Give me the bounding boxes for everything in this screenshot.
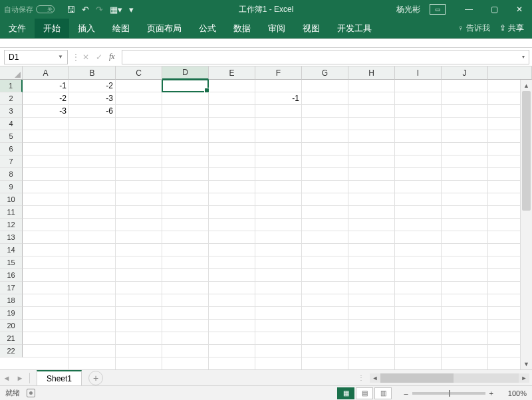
row-header-14[interactable]: 14 bbox=[0, 244, 23, 256]
horizontal-scrollbar[interactable]: ⋮ ◄ ► bbox=[103, 373, 532, 383]
vertical-scrollbar[interactable]: ▲ ▼ bbox=[520, 80, 532, 369]
row-header-18[interactable]: 18 bbox=[0, 294, 23, 307]
cell-B3[interactable]: -6 bbox=[69, 105, 116, 118]
close-button[interactable]: ✕ bbox=[507, 0, 532, 19]
col-header-I[interactable]: I bbox=[395, 66, 442, 80]
row-header-5[interactable]: 5 bbox=[0, 130, 23, 143]
view-normal-icon[interactable]: ▦ bbox=[337, 387, 354, 399]
fx-icon[interactable]: fx bbox=[109, 52, 115, 62]
name-box[interactable]: D1 ▼ bbox=[4, 50, 68, 64]
row-header-12[interactable]: 12 bbox=[0, 219, 23, 231]
sheet-tab-bar: ◄ ► Sheet1 + ⋮ ◄ ► bbox=[0, 369, 532, 385]
customize-icon[interactable]: ▦▾ bbox=[107, 3, 125, 16]
hscroll-divider-icon[interactable]: ⋮ bbox=[358, 374, 364, 381]
tab-开始[interactable]: 开始 bbox=[35, 19, 69, 38]
row-header-16[interactable]: 16 bbox=[0, 269, 23, 282]
autosave-switch[interactable]: 关 bbox=[36, 5, 55, 13]
sheet-nav-next-icon[interactable]: ► bbox=[13, 374, 27, 382]
row-header-17[interactable]: 17 bbox=[0, 282, 23, 294]
macro-record-icon[interactable] bbox=[27, 389, 35, 397]
row-header-10[interactable]: 10 bbox=[0, 193, 23, 206]
scroll-down-icon[interactable]: ▼ bbox=[521, 358, 532, 369]
maximize-button[interactable]: ▢ bbox=[481, 0, 507, 19]
row-header-9[interactable]: 9 bbox=[0, 181, 23, 193]
col-header-G[interactable]: G bbox=[302, 66, 348, 80]
zoom-level[interactable]: 100% bbox=[497, 389, 527, 397]
add-sheet-button[interactable]: + bbox=[88, 371, 103, 385]
formula-bar-expand-icon[interactable]: ▾ bbox=[517, 50, 529, 64]
vscroll-track[interactable] bbox=[521, 91, 532, 358]
tell-me[interactable]: ♀ 告诉我 bbox=[458, 23, 489, 34]
row-header-1[interactable]: 1 bbox=[0, 80, 23, 92]
tab-页面布局[interactable]: 页面布局 bbox=[138, 19, 190, 38]
row-header-20[interactable]: 20 bbox=[0, 320, 23, 332]
row-header-15[interactable]: 15 bbox=[0, 256, 23, 269]
row-header-3[interactable]: 3 bbox=[0, 105, 23, 118]
hscroll-right-icon[interactable]: ► bbox=[519, 375, 529, 381]
tab-数据[interactable]: 数据 bbox=[225, 19, 259, 38]
undo-icon[interactable]: ↶ bbox=[79, 3, 92, 16]
hscroll-thumb[interactable] bbox=[380, 373, 454, 383]
sheet-divider bbox=[29, 373, 30, 383]
tab-文件[interactable]: 文件 bbox=[0, 19, 35, 38]
titlebar: 自动保存 关 🖫 ↶ ↷ ▦▾ ▾ 工作簿1 - Excel 杨光彬 ▭ — ▢… bbox=[0, 0, 532, 19]
hscroll-left-icon[interactable]: ◄ bbox=[370, 375, 380, 381]
row-header-22[interactable]: 22 bbox=[0, 345, 23, 357]
tab-插入[interactable]: 插入 bbox=[69, 19, 104, 38]
redo-icon[interactable]: ↷ bbox=[93, 3, 106, 16]
vscroll-thumb[interactable] bbox=[522, 91, 531, 211]
cells[interactable]: -1-2-2-3-1-3-6 bbox=[23, 80, 520, 369]
row-header-7[interactable]: 7 bbox=[0, 155, 23, 168]
autosave-toggle[interactable]: 自动保存 关 bbox=[4, 5, 55, 15]
zoom-in-button[interactable]: + bbox=[489, 389, 493, 397]
tab-审阅[interactable]: 审阅 bbox=[259, 19, 294, 38]
cell-B2[interactable]: -3 bbox=[69, 92, 116, 105]
row-header-4[interactable]: 4 bbox=[0, 118, 23, 130]
col-header-A[interactable]: A bbox=[23, 66, 69, 80]
row-header-21[interactable]: 21 bbox=[0, 332, 23, 345]
scroll-up-icon[interactable]: ▲ bbox=[521, 80, 532, 91]
col-header-H[interactable]: H bbox=[348, 66, 395, 80]
user-name[interactable]: 杨光彬 bbox=[396, 4, 420, 15]
tab-视图[interactable]: 视图 bbox=[294, 19, 329, 38]
row-header-13[interactable]: 13 bbox=[0, 231, 23, 244]
name-box-dropdown-icon[interactable]: ▼ bbox=[58, 54, 63, 60]
row-header-8[interactable]: 8 bbox=[0, 168, 23, 181]
tab-开发工具[interactable]: 开发工具 bbox=[329, 19, 380, 38]
cell-A3[interactable]: -3 bbox=[23, 105, 69, 118]
sheet-tab[interactable]: Sheet1 bbox=[37, 370, 82, 386]
row-header-2[interactable]: 2 bbox=[0, 92, 23, 105]
tab-公式[interactable]: 公式 bbox=[190, 19, 225, 38]
col-header-J[interactable]: J bbox=[442, 66, 488, 80]
minimize-button[interactable]: — bbox=[456, 0, 481, 19]
cell-F2[interactable]: -1 bbox=[255, 92, 302, 105]
share-button[interactable]: ⇪ 共享 bbox=[499, 23, 524, 34]
tab-绘图[interactable]: 绘图 bbox=[104, 19, 138, 38]
col-header-F[interactable]: F bbox=[255, 66, 302, 80]
ribbon-display-icon[interactable]: ▭ bbox=[430, 4, 446, 15]
col-header-D[interactable]: D bbox=[162, 66, 209, 80]
status-ready: 就绪 bbox=[5, 388, 20, 398]
cell-A1[interactable]: -1 bbox=[23, 80, 69, 92]
view-page-layout-icon[interactable]: ▤ bbox=[356, 387, 373, 399]
hscroll-track[interactable] bbox=[380, 373, 519, 383]
cell-B1[interactable]: -2 bbox=[69, 80, 116, 92]
sheet-nav-prev-icon[interactable]: ◄ bbox=[0, 374, 13, 382]
select-all-corner[interactable] bbox=[0, 66, 23, 80]
formula-input[interactable] bbox=[122, 50, 517, 64]
col-header-E[interactable]: E bbox=[209, 66, 255, 80]
col-header-C[interactable]: C bbox=[116, 66, 162, 80]
row-headers: 12345678910111213141516171819202122 bbox=[0, 80, 23, 369]
qat-more-icon[interactable]: ▾ bbox=[126, 3, 136, 16]
cancel-icon[interactable]: ✕ bbox=[82, 52, 89, 62]
col-header-B[interactable]: B bbox=[69, 66, 116, 80]
save-icon[interactable]: 🖫 bbox=[64, 3, 78, 16]
view-page-break-icon[interactable]: ▥ bbox=[374, 387, 392, 399]
enter-icon[interactable]: ✓ bbox=[96, 52, 102, 62]
row-header-11[interactable]: 11 bbox=[0, 206, 23, 219]
row-header-19[interactable]: 19 bbox=[0, 307, 23, 320]
zoom-out-button[interactable]: – bbox=[404, 389, 408, 397]
cell-A2[interactable]: -2 bbox=[23, 92, 69, 105]
zoom-slider[interactable] bbox=[412, 392, 485, 395]
row-header-6[interactable]: 6 bbox=[0, 143, 23, 155]
